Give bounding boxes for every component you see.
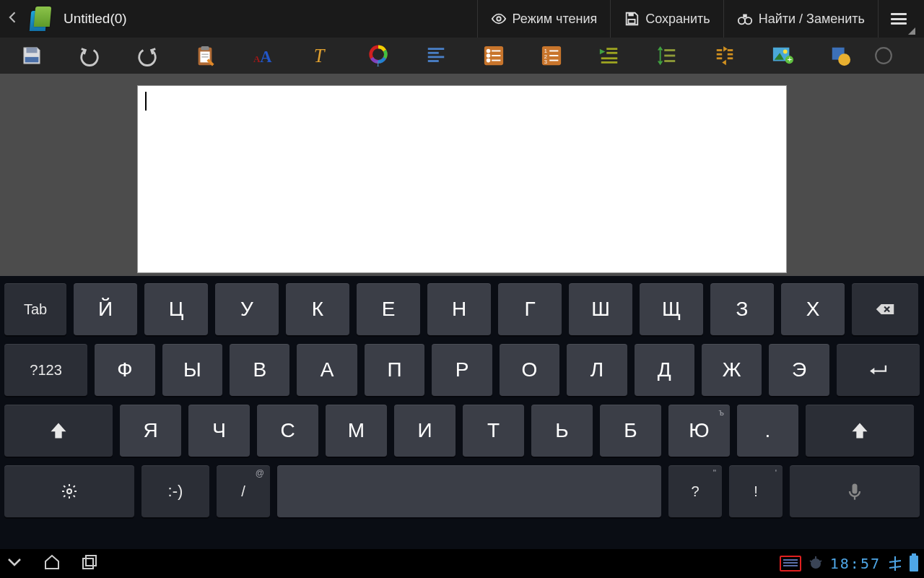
columns-icon xyxy=(714,45,736,66)
svg-marker-44 xyxy=(658,46,663,51)
svg-point-0 xyxy=(497,17,501,21)
svg-text:3: 3 xyxy=(544,59,547,65)
key-О[interactable]: О xyxy=(500,344,559,396)
key-Х[interactable]: Х xyxy=(781,283,845,335)
usb-debug-icon xyxy=(807,555,824,572)
key-Ю[interactable]: Юъ xyxy=(668,405,730,457)
key-Р[interactable]: Р xyxy=(432,344,492,396)
binoculars-icon xyxy=(737,11,753,27)
svg-text:T: T xyxy=(314,46,326,66)
key-slash[interactable]: /@ xyxy=(217,465,270,517)
redo-icon xyxy=(136,45,158,66)
key-numeric-mode[interactable]: ?123 xyxy=(4,344,87,396)
circle-icon xyxy=(874,46,893,65)
toolbar-insert-image-button[interactable]: + xyxy=(754,38,811,74)
key-Ч[interactable]: Ч xyxy=(188,405,250,457)
key-Ь[interactable]: Ь xyxy=(531,405,593,457)
svg-rect-66 xyxy=(83,558,93,569)
back-button[interactable] xyxy=(6,10,20,27)
svg-rect-64 xyxy=(853,484,858,494)
toolbar-style-button[interactable]: T xyxy=(292,38,349,74)
document-page[interactable] xyxy=(137,85,787,273)
key-Ж[interactable]: Ж xyxy=(702,344,762,396)
key-Я[interactable]: Я xyxy=(120,405,181,457)
key-З[interactable]: З xyxy=(710,283,774,335)
key-С[interactable]: С xyxy=(257,405,318,457)
toolbar-line-spacing-button[interactable] xyxy=(638,38,696,74)
key-Л[interactable]: Л xyxy=(567,344,627,396)
numbering-icon: 123 xyxy=(541,45,562,66)
shift-icon xyxy=(48,420,69,441)
toolbar-clipboard-button[interactable] xyxy=(176,38,234,74)
key-Д[interactable]: Д xyxy=(635,344,694,396)
toolbar-text-color-button[interactable]: T xyxy=(349,38,407,74)
key-Н[interactable]: Н xyxy=(427,283,491,335)
key-Ы[interactable]: Ы xyxy=(162,344,222,396)
svg-point-61 xyxy=(838,53,850,66)
key-А[interactable]: А xyxy=(297,344,357,396)
key-tab[interactable]: Tab xyxy=(4,283,66,335)
svg-point-63 xyxy=(67,489,71,493)
key-Й[interactable]: Й xyxy=(74,283,137,335)
find-replace-button[interactable]: Найти / Заменить xyxy=(723,0,878,38)
key-settings[interactable] xyxy=(4,465,134,517)
save-button[interactable]: Сохранить xyxy=(610,0,723,38)
key-question[interactable]: ?" xyxy=(668,465,722,517)
key-У[interactable]: У xyxy=(215,283,279,335)
key-П[interactable]: П xyxy=(365,344,424,396)
key-shift-right[interactable] xyxy=(806,405,914,457)
key-Б[interactable]: Б xyxy=(600,405,661,457)
nav-home[interactable] xyxy=(43,553,61,574)
key-space[interactable] xyxy=(277,465,661,517)
svg-rect-5 xyxy=(743,14,747,18)
key-К[interactable]: К xyxy=(286,283,349,335)
toolbar-columns-button[interactable] xyxy=(696,38,754,74)
svg-point-27 xyxy=(487,59,490,62)
key-М[interactable]: М xyxy=(326,405,387,457)
read-mode-button[interactable]: Режим чтения xyxy=(477,0,611,38)
airplane-mode-icon xyxy=(886,555,904,572)
recent-apps-icon xyxy=(81,553,98,571)
nav-recent[interactable] xyxy=(81,553,98,574)
key-Е[interactable]: Е xyxy=(357,283,420,335)
indent-icon xyxy=(598,45,620,66)
key-Г[interactable]: Г xyxy=(498,283,562,335)
key-shift-left[interactable] xyxy=(4,405,113,457)
key-enter[interactable] xyxy=(837,344,920,396)
key-exclaim[interactable]: !' xyxy=(729,465,783,517)
key-.[interactable]: . xyxy=(737,405,798,457)
key-Ц[interactable]: Ц xyxy=(144,283,208,335)
toolbar-redo-button[interactable] xyxy=(118,38,176,74)
svg-rect-67 xyxy=(86,556,96,566)
key-Ф[interactable]: Ф xyxy=(95,344,154,396)
document-viewport[interactable] xyxy=(0,74,924,276)
enter-icon xyxy=(868,360,888,380)
toolbar-shape-button[interactable] xyxy=(811,38,869,74)
floppy-icon xyxy=(624,11,640,27)
key-emoji[interactable]: :-) xyxy=(141,465,209,517)
svg-point-23 xyxy=(487,50,490,53)
format-toolbar: AA T T 123 + xyxy=(0,38,924,74)
status-clock: 18:57 xyxy=(830,555,881,572)
key-voice-input[interactable] xyxy=(790,465,920,517)
gear-icon xyxy=(61,483,78,500)
nav-hide-keyboard[interactable] xyxy=(6,553,23,574)
key-Т[interactable]: Т xyxy=(463,405,524,457)
svg-rect-2 xyxy=(629,20,635,23)
toolbar-bullets-button[interactable] xyxy=(465,38,523,74)
key-Щ[interactable]: Щ xyxy=(640,283,703,335)
overflow-menu-button[interactable] xyxy=(878,0,918,38)
key-И[interactable]: И xyxy=(394,405,456,457)
toolbar-numbering-button[interactable]: 123 xyxy=(523,38,580,74)
key-В[interactable]: В xyxy=(230,344,289,396)
toolbar-align-button[interactable] xyxy=(407,38,465,74)
toolbar-save-button[interactable] xyxy=(3,38,61,74)
toolbar-more-button[interactable] xyxy=(869,38,898,74)
status-area[interactable]: 18:57 xyxy=(780,555,918,572)
toolbar-undo-button[interactable] xyxy=(61,38,118,74)
toolbar-indent-button[interactable] xyxy=(580,38,638,74)
key-backspace[interactable] xyxy=(852,283,918,335)
key-Э[interactable]: Э xyxy=(769,344,829,396)
key-Ш[interactable]: Ш xyxy=(569,283,632,335)
toolbar-font-button[interactable]: AA xyxy=(234,38,292,74)
